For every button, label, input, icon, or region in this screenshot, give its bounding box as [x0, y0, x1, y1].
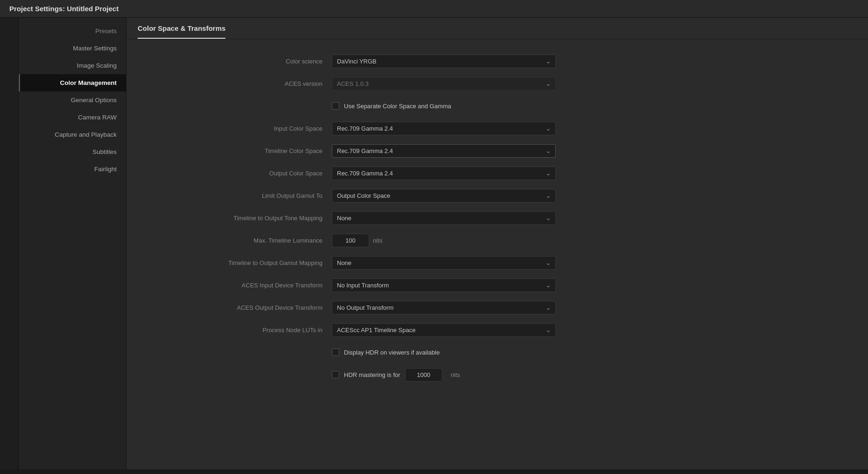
- aces-output-row: ACES Output Device Transform No Output T…: [182, 300, 649, 315]
- sidebar-item-camera-raw[interactable]: Camera RAW: [19, 109, 126, 126]
- gamut-mapping-dropdown[interactable]: NoneCompressionClip: [332, 256, 556, 270]
- output-color-space-label: Output Color Space: [182, 170, 332, 177]
- limit-output-gamut-label: Limit Output Gamut To: [182, 192, 332, 199]
- hdr-mastering-input[interactable]: [405, 368, 442, 382]
- input-color-space-dropdown[interactable]: Rec.709 Gamma 2.4Rec.709 Gamma 2.2sRGBP3…: [332, 122, 556, 135]
- content-area: Color Space & Transforms Color science D…: [126, 18, 868, 469]
- sidebar-item-subtitles[interactable]: Subtitles: [19, 143, 126, 160]
- input-color-space-dropdown-wrapper: Rec.709 Gamma 2.4Rec.709 Gamma 2.2sRGBP3…: [332, 122, 556, 135]
- aces-output-dropdown-wrapper: No Output TransformRec.709P3-D65Rec.2020: [332, 301, 556, 314]
- sidebar-presets-label[interactable]: Presets: [19, 22, 126, 40]
- hdr-mastering-row: HDR mastering is for nits: [182, 367, 649, 383]
- color-science-dropdown[interactable]: DaVinci YRGBDaVinci YRGB Color ManagedDa…: [332, 55, 556, 68]
- tone-mapping-dropdown-wrapper: NoneDaVinciLuminance Mapping: [332, 211, 556, 225]
- gamut-mapping-label: Timeline to Output Gamut Mapping: [182, 259, 332, 266]
- hdr-mastering-unit: nits: [451, 371, 460, 378]
- hdr-mastering-label: HDR mastering is for: [344, 371, 400, 378]
- tab-bar: Color Space & Transforms: [126, 18, 868, 39]
- aces-input-row: ACES Input Device Transform No Input Tra…: [182, 277, 649, 293]
- gamut-mapping-dropdown-wrapper: NoneCompressionClip: [332, 256, 556, 270]
- process-node-luts-label: Process Node LUTs in: [182, 327, 332, 334]
- output-color-space-dropdown-wrapper: Rec.709 Gamma 2.4Rec.709 Gamma 2.2sRGBP3…: [332, 167, 556, 180]
- sidebar-item-image-scaling[interactable]: Image Scaling: [19, 57, 126, 74]
- timeline-color-space-label: Timeline Color Space: [182, 147, 332, 154]
- aces-version-label: ACES version: [182, 80, 332, 87]
- form-area: Color science DaVinci YRGBDaVinci YRGB C…: [126, 39, 686, 403]
- separate-color-space-label: Use Separate Color Space and Gamma: [344, 103, 451, 110]
- aces-version-dropdown-wrapper: ACES 1.0.3ACES 1.1: [332, 77, 556, 91]
- max-luminance-row: Max. Timeline Luminance nits: [182, 232, 649, 248]
- display-hdr-checkbox[interactable]: [332, 349, 339, 356]
- aces-output-label: ACES Output Device Transform: [182, 304, 332, 311]
- title-text: Project Settings: Untitled Project: [9, 5, 119, 13]
- aces-version-row: ACES version ACES 1.0.3ACES 1.1: [182, 76, 649, 91]
- timeline-color-space-dropdown-wrapper: Rec.709 Gamma 2.4Rec.709 Gamma 2.2sRGBP3…: [332, 144, 556, 158]
- sidebar-item-color-management[interactable]: Color Management: [19, 74, 126, 91]
- color-science-dropdown-wrapper: DaVinci YRGBDaVinci YRGB Color ManagedDa…: [332, 55, 556, 68]
- max-luminance-label: Max. Timeline Luminance: [182, 237, 332, 244]
- sidebar-item-general-options[interactable]: General Options: [19, 91, 126, 109]
- timeline-color-space-dropdown[interactable]: Rec.709 Gamma 2.4Rec.709 Gamma 2.2sRGBP3…: [332, 144, 556, 158]
- tone-mapping-row: Timeline to Output Tone Mapping NoneDaVi…: [182, 210, 649, 226]
- sidebar-item-capture-and-playback[interactable]: Capture and Playback: [19, 126, 126, 143]
- display-hdr-label: Display HDR on viewers if available: [344, 349, 440, 356]
- sidebar: Presets Master SettingsImage ScalingColo…: [19, 18, 126, 469]
- color-science-label: Color science: [182, 58, 332, 65]
- output-color-space-dropdown[interactable]: Rec.709 Gamma 2.4Rec.709 Gamma 2.2sRGBP3…: [332, 167, 556, 180]
- display-hdr-group: Display HDR on viewers if available: [332, 349, 440, 356]
- separate-color-space-group: Use Separate Color Space and Gamma: [332, 102, 451, 110]
- process-node-luts-row: Process Node LUTs in ACEScc AP1 Timeline…: [182, 322, 649, 338]
- timeline-color-space-row: Timeline Color Space Rec.709 Gamma 2.4Re…: [182, 143, 649, 159]
- max-luminance-group: nits: [332, 234, 556, 247]
- aces-input-dropdown[interactable]: No Input TransformARRI ALEXASONY VENICER…: [332, 279, 556, 292]
- aces-version-dropdown[interactable]: ACES 1.0.3ACES 1.1: [332, 77, 556, 91]
- hdr-mastering-group: HDR mastering is for nits: [332, 368, 460, 382]
- sidebar-item-fairlight[interactable]: Fairlight: [19, 160, 126, 178]
- display-hdr-row: Display HDR on viewers if available: [182, 344, 649, 360]
- separate-color-space-checkbox[interactable]: [332, 102, 339, 110]
- input-color-space-row: Input Color Space Rec.709 Gamma 2.4Rec.7…: [182, 120, 649, 136]
- process-node-luts-dropdown-wrapper: ACEScc AP1 Timeline SpaceACEScct AP1 Tim…: [332, 323, 556, 337]
- tab-title[interactable]: Color Space & Transforms: [138, 24, 225, 39]
- process-node-luts-dropdown[interactable]: ACEScc AP1 Timeline SpaceACEScct AP1 Tim…: [332, 323, 556, 337]
- sidebar-item-master-settings[interactable]: Master Settings: [19, 40, 126, 57]
- aces-input-dropdown-wrapper: No Input TransformARRI ALEXASONY VENICER…: [332, 279, 556, 292]
- aces-input-label: ACES Input Device Transform: [182, 282, 332, 289]
- limit-output-gamut-dropdown-wrapper: Output Color SpaceNoneRec.709P3-D65Rec.2…: [332, 189, 556, 202]
- left-strip: [0, 18, 19, 469]
- hdr-mastering-checkbox[interactable]: [332, 371, 339, 378]
- sidebar-nav: Master SettingsImage ScalingColor Manage…: [19, 40, 126, 178]
- separate-color-space-row: Use Separate Color Space and Gamma: [182, 98, 649, 114]
- limit-output-gamut-dropdown[interactable]: Output Color SpaceNoneRec.709P3-D65Rec.2…: [332, 189, 556, 202]
- input-color-space-label: Input Color Space: [182, 125, 332, 132]
- max-luminance-input[interactable]: [332, 234, 369, 247]
- tone-mapping-dropdown[interactable]: NoneDaVinciLuminance Mapping: [332, 211, 556, 225]
- tone-mapping-label: Timeline to Output Tone Mapping: [182, 215, 332, 222]
- gamut-mapping-row: Timeline to Output Gamut Mapping NoneCom…: [182, 255, 649, 271]
- limit-output-gamut-row: Limit Output Gamut To Output Color Space…: [182, 188, 649, 203]
- aces-output-dropdown[interactable]: No Output TransformRec.709P3-D65Rec.2020: [332, 301, 556, 314]
- color-science-row: Color science DaVinci YRGBDaVinci YRGB C…: [182, 53, 649, 69]
- max-luminance-unit: nits: [373, 237, 382, 244]
- output-color-space-row: Output Color Space Rec.709 Gamma 2.4Rec.…: [182, 165, 649, 181]
- title-bar: Project Settings: Untitled Project: [0, 0, 868, 18]
